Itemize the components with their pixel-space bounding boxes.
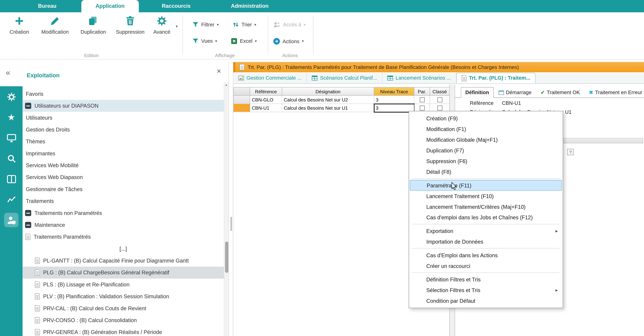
cell-designation[interactable]: Calcul des Besoins Net sur U2 — [282, 96, 374, 104]
menu-item-selection-filtres-tris[interactable]: Sélection Filtres et Tris▸ — [409, 285, 562, 296]
tree-item-plv[interactable]: PLV : (B) Planification : Validation Ses… — [22, 290, 224, 302]
cell-par[interactable] — [414, 96, 430, 104]
cell-classe[interactable] — [430, 96, 450, 104]
tree-item-ellipsis[interactable]: [...] — [22, 243, 224, 254]
checkbox[interactable] — [420, 97, 424, 102]
rail-item-activity[interactable] — [4, 192, 18, 206]
actions-button[interactable]: Actions ▾ — [273, 38, 304, 45]
current-row-marker[interactable] — [234, 104, 250, 112]
tree-item-traitements-non-parametres[interactable]: Traitements non Paramétrés — [22, 207, 224, 219]
tree-item-services-web-mobilite[interactable]: Services Web Mobilité — [22, 160, 224, 171]
doc-tab-scenarios-calcul[interactable]: Scénarios Calcul Planif... — [307, 73, 382, 84]
menu-item-detail[interactable]: Détail (F8) — [409, 166, 562, 177]
cell-niveau-trace-editing[interactable] — [374, 104, 414, 112]
tree-item-maintenance[interactable]: Maintenance — [22, 219, 224, 231]
menu-item-parametrage[interactable]: Paramétrage (F11) — [410, 180, 562, 190]
duplication-button[interactable]: Duplication — [76, 16, 111, 35]
menu-item-definition-filtres-tris[interactable]: Définition Filtres et Tris — [409, 274, 562, 285]
menu-item-lancement-traitement-criteres[interactable]: Lancement Traitement/Critères (Maj+F10) — [409, 201, 562, 212]
row-marker[interactable] — [234, 96, 250, 104]
tree-item-pls[interactable]: PLS : (B) Lissage et Re-Planification — [22, 278, 224, 290]
rail-item-users[interactable] — [4, 213, 18, 227]
vertical-splitter[interactable] — [228, 62, 233, 336]
detail-tab-demarrage[interactable]: Démarrage — [494, 88, 536, 97]
tab-application[interactable]: Application — [82, 0, 139, 12]
row-marker-header[interactable] — [234, 88, 250, 96]
rail-item-favorites[interactable]: ★ — [4, 110, 18, 124]
menu-item-cas-emploi-jobs-chaines[interactable]: Cas d'emploi dans les Jobs et Chaînes (F… — [409, 212, 562, 223]
vues-dropdown-icon[interactable]: ▾ — [215, 39, 217, 43]
tab-raccourcis[interactable]: Raccourcis — [153, 0, 199, 12]
tree-item-plg[interactable]: PLG : (B) Calcul ChargeBesoins Général R… — [22, 266, 224, 278]
avance-dropdown-icon[interactable]: ▾ — [176, 24, 178, 28]
tab-administration[interactable]: Administration — [222, 0, 278, 12]
doc-tab-gestion-commerciale[interactable]: Gestion Commerciale ... — [233, 73, 307, 84]
scroll-up-icon[interactable]: ▲ — [224, 82, 228, 88]
detail-tab-traitement-ok[interactable]: ✔ Traitement OK — [536, 88, 584, 97]
tree-item-gestionnaire-taches[interactable]: Gestionnaire de Tâches — [22, 183, 224, 195]
column-header-classe[interactable]: Classé — [430, 88, 450, 96]
rail-item-columns[interactable] — [4, 172, 18, 186]
tree-item-favoris[interactable]: Favoris — [22, 88, 224, 100]
tree-item-prv-conso[interactable]: PRV-CONSO : (B) Calcul Consolidation — [22, 314, 224, 326]
menu-item-suppression[interactable]: Suppression (F6) — [409, 156, 562, 166]
menu-item-duplication[interactable]: Duplication (F7) — [409, 145, 562, 156]
excel-button[interactable]: Excel ▾ — [231, 38, 257, 44]
doc-tab-trt-par-plg[interactable]: Trt. Par. (PLG) : Traitem... — [456, 73, 536, 84]
menu-item-importation-donnees[interactable]: Importation de Données — [409, 236, 562, 247]
modification-button[interactable]: Modification — [35, 16, 75, 35]
tree-item-imprimantes[interactable]: Imprimantes — [22, 148, 224, 159]
sidebar-collapse-button[interactable]: « — [6, 68, 10, 77]
checkbox[interactable] — [437, 97, 442, 102]
doc-tab-lancement-scenarios[interactable]: Lancement Scénarios ... — [382, 73, 456, 84]
checkbox[interactable] — [420, 106, 424, 110]
rail-item-settings[interactable] — [4, 90, 18, 104]
suppression-button[interactable]: Suppression — [111, 16, 150, 35]
column-header-designation[interactable]: Désignation — [282, 88, 374, 96]
sidebar-scrollbar[interactable]: ▲ — [224, 82, 228, 336]
column-header-par[interactable]: Par. — [414, 88, 430, 96]
filtrer-button[interactable]: Filtrer ▾ — [192, 22, 219, 28]
column-header-reference[interactable]: Référence — [250, 88, 282, 96]
rail-item-desktop[interactable] — [4, 130, 18, 145]
cell-designation[interactable]: Calcul des Besoins Net sur U1 — [282, 104, 374, 112]
menu-item-condition-par-defaut[interactable]: Condition par Défaut — [409, 296, 562, 306]
splitter-grip[interactable] — [230, 217, 232, 231]
tree-item-gestion-droits[interactable]: Gestion des Droits — [22, 124, 224, 136]
tree-item-themes[interactable]: Thèmes — [22, 136, 224, 148]
tree-item-pl-gantt[interactable]: PL-GANTT : (B) Calcul Capacité Finie pou… — [22, 255, 224, 266]
tree-item-traitements-parametres[interactable]: Traitements Paramétrés — [22, 231, 224, 243]
menu-item-modification[interactable]: Modification (F1) — [409, 124, 562, 134]
tree-item-traitements[interactable]: Traitements — [22, 195, 224, 207]
cell-niveau-trace[interactable]: 3 — [374, 96, 414, 104]
rail-item-search[interactable] — [4, 151, 18, 166]
trier-dropdown-icon[interactable]: ▾ — [254, 23, 256, 26]
cell-reference[interactable]: CBN-GLO — [250, 96, 282, 104]
tree-item-utilisateurs-diapason[interactable]: Utilisateurs sur DIAPASON — [22, 100, 224, 112]
vues-button[interactable]: Vues ▾ — [192, 38, 217, 44]
trier-button[interactable]: Trier ▾ — [232, 22, 256, 28]
avance-button[interactable]: Avancé — [150, 16, 174, 35]
detail-tab-definition[interactable]: Définition — [461, 87, 494, 98]
tree-item-prv-genrea[interactable]: PRV-GENREA : (B) Génération Réalisés / P… — [22, 326, 224, 336]
menu-item-lancement-traitement[interactable]: Lancement Traitement (F10) — [409, 190, 562, 201]
menu-item-modification-globale[interactable]: Modification Globale (Maj+F1) — [409, 134, 562, 145]
scrollbar-thumb[interactable] — [225, 242, 228, 273]
creation-button[interactable]: Création — [5, 16, 34, 35]
excel-dropdown-icon[interactable]: ▾ — [255, 39, 257, 43]
tree-item-services-web-diapason[interactable]: Services Web Diapason — [22, 171, 224, 183]
menu-item-exportation[interactable]: Exportation▸ — [409, 226, 562, 236]
niveau-trace-input[interactable] — [376, 106, 412, 110]
close-icon[interactable]: × — [217, 67, 221, 76]
checkbox[interactable] — [437, 106, 442, 110]
column-header-niveau-trace[interactable]: Niveau Trace — [374, 88, 414, 96]
menu-item-creation[interactable]: Création (F9) — [409, 113, 562, 124]
menu-item-cas-emploi-actions[interactable]: Cas d'Emploi dans les Actions — [409, 250, 562, 260]
cell-reference[interactable]: CBN-U1 — [250, 104, 282, 112]
actions-dropdown-icon[interactable]: ▾ — [302, 40, 304, 43]
tree-item-utilisateurs[interactable]: Utilisateurs — [22, 112, 224, 124]
filtrer-dropdown-icon[interactable]: ▾ — [217, 23, 219, 26]
menu-item-creer-raccourci[interactable]: Créer un raccourci — [409, 260, 562, 271]
tab-bureau[interactable]: Bureau — [24, 0, 70, 12]
tree-item-prv-cal[interactable]: PRV-CAL : (B) Calcul des Couts de Revien… — [22, 302, 224, 314]
